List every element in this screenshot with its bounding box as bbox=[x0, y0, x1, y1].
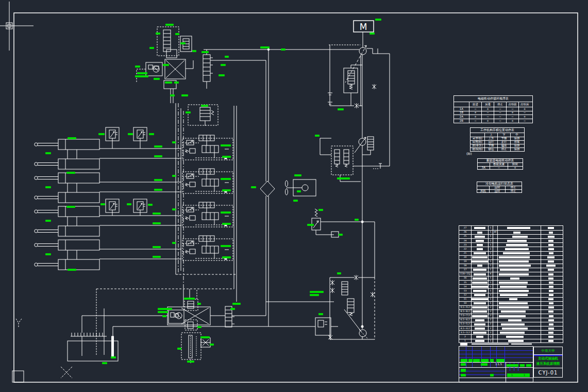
component-label bbox=[318, 313, 323, 315]
component-label bbox=[174, 81, 179, 84]
table-cell: 1B bbox=[454, 111, 469, 115]
component-label bbox=[153, 246, 161, 248]
bom-cell bbox=[493, 331, 497, 334]
bom-cell: 1 bbox=[488, 231, 493, 234]
bom-cell bbox=[471, 339, 488, 343]
component-label bbox=[181, 94, 188, 96]
bom-row: 181 bbox=[459, 264, 563, 268]
bom-row: 131 bbox=[459, 288, 563, 292]
bom-cell bbox=[541, 293, 561, 297]
bom-cell bbox=[497, 310, 541, 314]
component-label bbox=[355, 219, 359, 221]
table-cell: 2A bbox=[454, 115, 469, 119]
bom-cell bbox=[541, 226, 561, 230]
table-row: 风机运转停止 bbox=[477, 189, 522, 193]
table-row: 2B−+−+− bbox=[454, 119, 532, 123]
bom-cell bbox=[471, 302, 488, 305]
table-cell: 停止 bbox=[505, 190, 521, 193]
table-cell: − bbox=[490, 167, 508, 170]
component-label bbox=[127, 203, 131, 205]
bom-cell bbox=[541, 243, 561, 247]
pilot-pump-assembly bbox=[137, 27, 213, 103]
bom-cell bbox=[497, 260, 541, 264]
component-label bbox=[165, 81, 172, 84]
table-cell bbox=[471, 133, 484, 137]
bom-cell: 14 bbox=[459, 285, 471, 288]
bom-row: 271 bbox=[459, 226, 563, 230]
component-label bbox=[149, 133, 154, 135]
bom-cell bbox=[493, 264, 497, 268]
drawing-title-line2: 液压系统原理图 bbox=[534, 362, 562, 367]
component-label bbox=[310, 291, 324, 293]
bom-footer-mark bbox=[460, 342, 467, 346]
component-label bbox=[111, 356, 116, 358]
bom-cell bbox=[471, 239, 488, 242]
bom-cell: 7.1~7.2 bbox=[459, 314, 471, 318]
sheet-total: 1 bbox=[524, 374, 525, 377]
component-label bbox=[135, 66, 140, 68]
bom-cell bbox=[497, 285, 541, 288]
bom-cell bbox=[497, 326, 541, 330]
table-cell: − bbox=[481, 111, 494, 115]
component-label bbox=[128, 133, 133, 135]
component-label bbox=[154, 179, 162, 181]
bom-cell bbox=[471, 264, 488, 268]
bom-cell bbox=[541, 235, 561, 238]
bom-cell: 25 bbox=[459, 235, 471, 238]
bom-cell: 2 bbox=[488, 331, 493, 334]
bom-row: 101 bbox=[459, 301, 563, 305]
component-label bbox=[165, 24, 174, 26]
bom-cell bbox=[541, 318, 561, 322]
solenoid-action-table: 电磁铁动作循环顺序表前进后退停止点动前点动后1A−+−−+1B+−−+−2A+−… bbox=[453, 95, 533, 123]
crosshair-cursor bbox=[0, 2, 33, 51]
table-cell: 上 bbox=[484, 133, 497, 137]
table-header-row: 前进后退停止点动前点动后 bbox=[454, 102, 532, 107]
bom-cell bbox=[493, 310, 497, 314]
bom-cell: 11 bbox=[459, 298, 471, 301]
bom-cell bbox=[541, 285, 561, 288]
bom-cell bbox=[497, 302, 541, 305]
bom-cell bbox=[497, 335, 541, 338]
bom-cell: 1 bbox=[488, 276, 493, 280]
table-cell: − bbox=[469, 119, 481, 123]
table-cell: 后退 bbox=[481, 102, 494, 107]
parts-list-table: 2712614F25124123122121120119118117111A~1… bbox=[459, 225, 563, 343]
bom-cell bbox=[497, 339, 541, 343]
table-cell: − bbox=[506, 115, 518, 119]
bom-cell bbox=[541, 239, 561, 242]
bom-cell bbox=[471, 256, 488, 259]
table-cell: 锁位 bbox=[484, 148, 497, 151]
bom-cell bbox=[541, 264, 561, 268]
component-label bbox=[297, 190, 301, 192]
component-label bbox=[184, 298, 195, 300]
bom-cell bbox=[541, 326, 561, 330]
cylinder-pipes bbox=[99, 149, 181, 259]
component-label bbox=[222, 223, 231, 225]
table-cell: 加(举升) bbox=[471, 144, 484, 148]
table-cell: 保持 bbox=[510, 148, 523, 151]
bom-cell: 1 bbox=[488, 226, 493, 230]
bom-cell: 3.1~3.2 bbox=[459, 331, 471, 334]
bom-cell bbox=[541, 322, 561, 326]
bom-cell bbox=[541, 298, 561, 301]
bom-cell bbox=[541, 268, 561, 272]
cad-canvas[interactable]: M 电磁铁动作循环顺序表前进后退停止点动前点动后1A−+−−+1B+−−+−2A… bbox=[0, 0, 588, 392]
component-label bbox=[163, 64, 169, 66]
bom-cell bbox=[541, 302, 561, 305]
bom-row: 4.1~4.22 bbox=[459, 326, 563, 330]
cylinder-group-1 bbox=[35, 139, 99, 169]
main-pump-station bbox=[167, 299, 234, 363]
bom-cell: 12 bbox=[459, 293, 471, 297]
bom-row: 191 bbox=[459, 259, 563, 264]
component-label bbox=[200, 336, 210, 338]
component-label bbox=[172, 242, 176, 244]
relief-valve-2 bbox=[133, 127, 147, 141]
bom-cell bbox=[471, 268, 488, 272]
component-label bbox=[180, 42, 186, 44]
bom-row: 6.1~6.22 bbox=[459, 318, 563, 322]
table-cell: + bbox=[481, 107, 494, 111]
component-label bbox=[222, 189, 231, 191]
bom-row: 111 bbox=[459, 297, 563, 301]
component-label bbox=[45, 152, 51, 154]
cooler-fan-motor bbox=[285, 179, 316, 196]
